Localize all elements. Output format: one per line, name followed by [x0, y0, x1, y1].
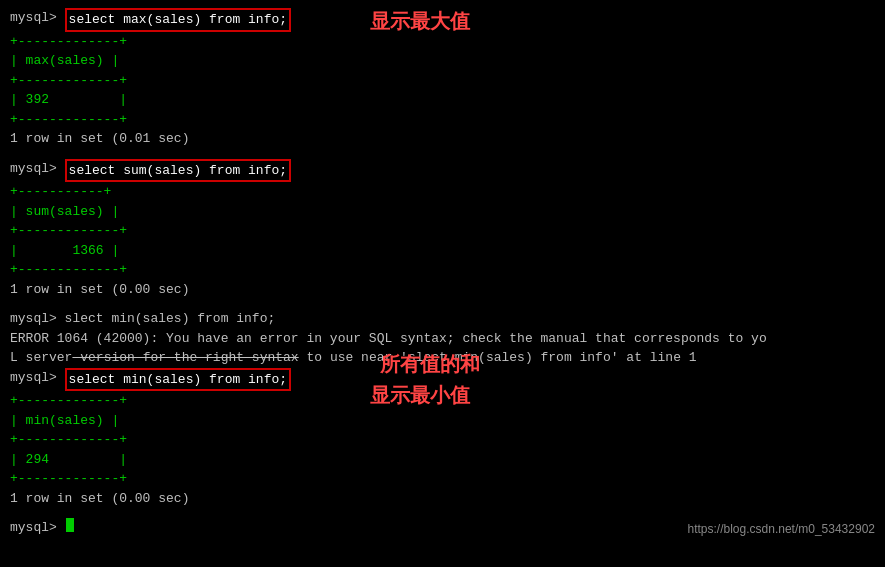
- line-slect: mysql> slect min(sales) from info;: [10, 309, 875, 329]
- spacer1: [10, 149, 875, 159]
- result-min: 1 row in set (0.00 sec): [10, 489, 875, 509]
- table-min-val: | 294 |: [10, 450, 875, 470]
- annotation-min: 显示最小值: [370, 380, 470, 410]
- table-min-border3: +-------------+: [10, 469, 875, 489]
- table-sum-val: | 1366 |: [10, 241, 875, 261]
- line-max-cmd: mysql> select max(sales) from info; 显示最大…: [10, 8, 875, 32]
- prompt-3: mysql>: [10, 368, 65, 388]
- result-max: 1 row in set (0.01 sec): [10, 129, 875, 149]
- result-sum: 1 row in set (0.00 sec): [10, 280, 875, 300]
- cmd-sum: select sum(sales) from info;: [65, 159, 291, 183]
- table-sum-border1: +-----------+: [10, 182, 875, 202]
- annotation-max: 显示最大值: [370, 6, 470, 36]
- line-error1: ERROR 1064 (42000): You have an error in…: [10, 329, 875, 349]
- table-max-border2: +-------------+: [10, 71, 875, 91]
- table-max-val: | 392 |: [10, 90, 875, 110]
- prompt-final: mysql>: [10, 518, 65, 538]
- table-sum-border3: +-------------+: [10, 260, 875, 280]
- table-min-header: | min(sales) |: [10, 411, 875, 431]
- cmd-min: select min(sales) from info;: [65, 368, 291, 392]
- line-sum-cmd: mysql> select sum(sales) from info; 所有值的…: [10, 159, 875, 183]
- table-max-header: | max(sales) |: [10, 51, 875, 71]
- cursor: [66, 518, 74, 532]
- cmd-max: select max(sales) from info;: [65, 8, 291, 32]
- table-max-border3: +-------------+: [10, 110, 875, 130]
- spacer2: [10, 299, 875, 309]
- table-sum-border2: +-------------+: [10, 221, 875, 241]
- annotation-sum: 所有值的和: [380, 349, 480, 379]
- table-sum-header: | sum(sales) |: [10, 202, 875, 222]
- spacer3: [10, 508, 875, 518]
- terminal: mysql> select max(sales) from info; 显示最大…: [0, 0, 885, 546]
- table-min-border2: +-------------+: [10, 430, 875, 450]
- prompt-2: mysql>: [10, 159, 65, 179]
- prompt-1: mysql>: [10, 8, 65, 28]
- watermark: https://blog.csdn.net/m0_53432902: [688, 520, 875, 538]
